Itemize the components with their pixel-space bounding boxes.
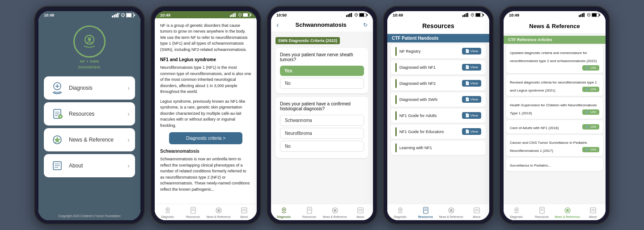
view-btn-2[interactable]: 📄 View bbox=[462, 80, 481, 87]
answer-yes-1[interactable]: Yes bbox=[280, 66, 364, 76]
view-btn-1[interactable]: 📄 View bbox=[462, 64, 481, 71]
svg-point-47 bbox=[356, 14, 357, 15]
resource-item-6[interactable]: Learning with NF1 bbox=[391, 141, 486, 155]
link-btn-2[interactable]: 🔗 Link bbox=[582, 109, 599, 115]
tab-resources-3[interactable]: Resources bbox=[297, 206, 322, 218]
svg-rect-40 bbox=[242, 208, 247, 213]
resource-item-4[interactable]: NF1 Guide for Adults 📄 View bbox=[391, 109, 486, 123]
svg-point-9 bbox=[88, 38, 91, 41]
svg-rect-43 bbox=[346, 15, 347, 17]
svg-rect-94 bbox=[590, 208, 596, 213]
tab-resources-2[interactable]: Resources bbox=[180, 206, 206, 218]
news-item-text-5: Surveillance in Pediatric... bbox=[510, 163, 551, 167]
about-icon bbox=[49, 158, 65, 174]
answer-no-2[interactable]: No bbox=[280, 141, 364, 152]
nav-item-diagnosis[interactable]: Diagnosis › bbox=[44, 76, 135, 100]
tab-label-resources-3: Resources bbox=[302, 215, 316, 218]
tab-diagnosis-2[interactable]: Diagnosis bbox=[155, 206, 180, 218]
signal-3 bbox=[346, 13, 368, 17]
svg-rect-82 bbox=[584, 13, 585, 17]
resource-indicator-0 bbox=[395, 47, 397, 56]
status-bar-3: 10:50 bbox=[271, 11, 373, 18]
diagnostic-criteria-button[interactable]: Diagnostic criteria > bbox=[169, 132, 242, 144]
resource-item-2[interactable]: Diagnosed with NF2 📄 View bbox=[391, 76, 486, 91]
news-item-1[interactable]: Revised diagnostic criteria for neurofib… bbox=[506, 75, 603, 96]
chevron-icon-news: › bbox=[127, 136, 130, 143]
resources-content: CTF Patient Handouts NF Registry 📄 View … bbox=[387, 34, 489, 204]
svg-rect-62 bbox=[464, 14, 466, 17]
svg-rect-45 bbox=[349, 13, 351, 17]
phone-home: 10:49 bbox=[34, 6, 145, 225]
phone-news: 10:49 News & Reference CTF Reference Art… bbox=[499, 6, 610, 225]
view-btn-5[interactable]: 📄 View bbox=[462, 128, 481, 135]
news-item-0[interactable]: Updated diagnostic criteria and nomencla… bbox=[506, 45, 603, 73]
nav-item-resources[interactable]: Resources › bbox=[44, 102, 135, 125]
svg-rect-46 bbox=[351, 13, 352, 17]
resources-section-header: CTF Patient Handouts bbox=[387, 34, 489, 42]
link-btn-4[interactable]: 🔗 Link bbox=[582, 147, 599, 152]
nav-item-news[interactable]: News & Reference › bbox=[44, 128, 135, 151]
svg-point-29 bbox=[240, 14, 241, 15]
news-item-5[interactable]: Surveillance in Pediatric... bbox=[506, 158, 603, 171]
svg-rect-3 bbox=[117, 13, 119, 17]
tab-about-3[interactable]: About bbox=[347, 206, 373, 218]
resource-item-3[interactable]: Diagnosed with SWN 📄 View bbox=[391, 92, 486, 107]
view-btn-3[interactable]: 📄 View bbox=[462, 96, 481, 103]
answer-neurofibroma[interactable]: Neurofibroma bbox=[280, 128, 364, 139]
tab-about-icon-5 bbox=[589, 206, 597, 215]
question-card-1: Does your patient have nerve sheath tumo… bbox=[275, 48, 369, 93]
svg-rect-26 bbox=[232, 14, 233, 17]
svg-point-83 bbox=[589, 14, 589, 15]
tab-about-icon-2 bbox=[240, 206, 249, 215]
news-item-4[interactable]: Cancer and CNS Tumor Surveillance in Ped… bbox=[506, 135, 603, 156]
tab-news-3[interactable]: News & Reference bbox=[322, 206, 347, 218]
tab-about-5[interactable]: About bbox=[580, 206, 606, 218]
answer-no-1[interactable]: No bbox=[280, 78, 364, 89]
tab-news-2[interactable]: News & Reference bbox=[206, 206, 231, 218]
answer-schwannoma[interactable]: Schwannoma bbox=[280, 115, 364, 126]
tab-news-4[interactable]: News & Reference bbox=[438, 206, 464, 218]
nav-item-about[interactable]: About › bbox=[44, 154, 135, 177]
svg-rect-28 bbox=[235, 13, 236, 17]
chevron-icon-resources: › bbox=[127, 110, 130, 117]
resource-name-3: Diagnosed with SWN bbox=[399, 97, 462, 102]
phone-resources: 10:49 Resources CTF Patient Handouts NF … bbox=[383, 6, 494, 225]
tab-diagnosis-3[interactable]: Diagnosis bbox=[271, 206, 297, 218]
svg-rect-58 bbox=[358, 208, 363, 213]
time-1: 10:49 bbox=[44, 13, 54, 17]
tab-news-5[interactable]: News & Reference bbox=[555, 206, 580, 218]
tab-label-about-4: About bbox=[473, 215, 480, 218]
tab-label-diagnosis-3: Diagnosis bbox=[277, 215, 291, 218]
news-item-3[interactable]: Care of Adults with NF1 (2018) 🔗 Link bbox=[506, 120, 603, 134]
tab-about-icon-4 bbox=[472, 206, 481, 215]
resource-item-0[interactable]: NF Registry 📄 View bbox=[391, 44, 486, 59]
logo-area: NF + SWN DIAGNOSIS bbox=[38, 18, 140, 73]
resource-item-5[interactable]: NF1 Guide for Educators 📄 View bbox=[391, 125, 486, 139]
resource-name-6: Learning with NF1 bbox=[399, 146, 481, 150]
resource-item-1[interactable]: Diagnosed with NF1 📄 View bbox=[391, 60, 486, 75]
tab-resources-5[interactable]: Resources bbox=[529, 206, 555, 218]
tab-label-about-2: About bbox=[240, 215, 248, 218]
time-4: 10:49 bbox=[393, 13, 403, 17]
svg-rect-50 bbox=[367, 14, 368, 16]
link-btn-1[interactable]: 🔗 Link bbox=[582, 87, 599, 92]
nav-label-resources: Resources bbox=[69, 111, 94, 117]
tab-about-2[interactable]: About bbox=[231, 206, 257, 218]
view-btn-0[interactable]: 📄 View bbox=[462, 48, 481, 54]
view-btn-4[interactable]: 📄 View bbox=[462, 112, 481, 119]
link-btn-3[interactable]: 🔗 Link bbox=[582, 124, 599, 130]
svg-rect-31 bbox=[243, 13, 248, 17]
resource-indicator-6 bbox=[395, 143, 397, 152]
tab-diagnosis-icon-3 bbox=[280, 206, 288, 215]
tab-resources-icon-2 bbox=[189, 206, 198, 215]
question-card-2: Does your patient have a confirmed histo… bbox=[275, 97, 369, 158]
tab-about-4[interactable]: About bbox=[464, 206, 489, 218]
tab-diagnosis-5[interactable]: Diagnosis bbox=[504, 206, 529, 218]
tab-resources-4[interactable]: Resources bbox=[413, 206, 438, 218]
diagnosis-icon bbox=[49, 80, 65, 96]
refresh-button[interactable]: ↻ bbox=[363, 22, 368, 28]
news-item-2[interactable]: Health Supervision for Children with Neu… bbox=[506, 97, 603, 119]
tab-diagnosis-4[interactable]: Diagnosis bbox=[387, 206, 413, 218]
phones-container: 10:49 bbox=[30, 1, 614, 229]
link-btn-0[interactable]: 🔗 Link bbox=[582, 65, 599, 71]
